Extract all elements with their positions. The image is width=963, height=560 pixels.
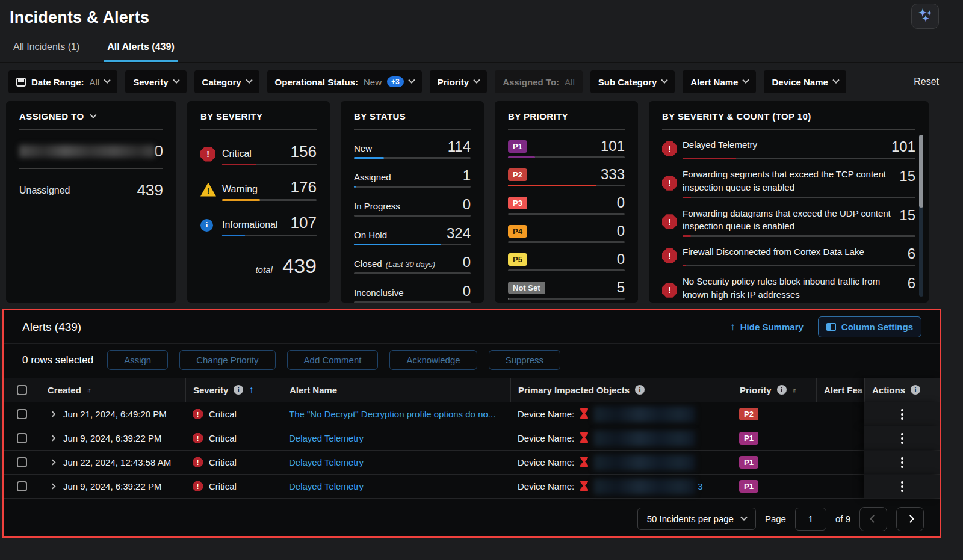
column-actions[interactable]: Actions i	[864, 378, 940, 402]
closed-note: (Last 30 days)	[386, 260, 435, 269]
p5-badge: P5	[508, 253, 527, 266]
top-alert-row: ! Firewall Disconnected from Cortex Data…	[662, 245, 915, 266]
info-icon[interactable]: i	[234, 385, 243, 395]
filter-severity[interactable]: Severity	[125, 70, 186, 93]
filter-priority[interactable]: Priority	[430, 70, 488, 93]
info-icon[interactable]: i	[777, 385, 787, 395]
filter-alert-name[interactable]: Alert Name	[683, 70, 756, 93]
pending-hourglass-icon	[580, 432, 588, 445]
column-primary-impacted[interactable]: Primary Impacted Objects i	[510, 378, 732, 402]
status-row-assigned: Assigned1	[354, 167, 471, 188]
priority-bar	[508, 298, 509, 300]
info-icon[interactable]: i	[911, 385, 920, 395]
assigned-to-card-title: ASSIGNED TO	[19, 111, 84, 122]
page-number-input[interactable]: 1	[795, 508, 826, 531]
priority-badge: P1	[739, 456, 758, 469]
tab-all-incidents[interactable]: All Incidents (1)	[10, 42, 83, 62]
suppress-button[interactable]: Suppress	[489, 350, 560, 370]
not-set-badge: Not Set	[508, 282, 545, 294]
table-row[interactable]: Jun 22, 2024, 12:43:58 AM !Critical Dela…	[4, 450, 940, 474]
next-page-button[interactable]	[896, 507, 924, 531]
column-priority[interactable]: Priority i ↓↑	[732, 378, 816, 402]
by-status-card-title: BY STATUS	[354, 111, 406, 122]
assign-button[interactable]: Assign	[107, 350, 168, 370]
expand-row-icon[interactable]	[50, 435, 56, 442]
row-checkbox[interactable]	[17, 481, 27, 491]
filter-device-name[interactable]: Device Name	[764, 70, 846, 93]
sort-ascending-icon[interactable]: ↑	[249, 384, 253, 395]
filter-category[interactable]: Category	[194, 70, 259, 93]
row-actions-menu[interactable]	[901, 433, 903, 444]
filter-date-range[interactable]: Date Range: All	[8, 70, 117, 93]
alert-name-link[interactable]: The "No Decrypt" Decryption profile opti…	[289, 409, 495, 419]
severity-total-row: total 439	[200, 254, 317, 278]
card-scrollbar[interactable]	[919, 135, 923, 297]
previous-page-button[interactable]	[859, 507, 887, 531]
column-severity[interactable]: Severity i ↑	[185, 378, 282, 402]
expand-row-icon[interactable]	[50, 484, 56, 490]
chevron-right-icon	[906, 515, 914, 523]
p1-badge: P1	[508, 140, 527, 153]
reset-filters-button[interactable]: Reset	[914, 76, 939, 87]
hide-summary-link[interactable]: ↑ Hide Summary	[730, 321, 804, 333]
row-checkbox[interactable]	[17, 409, 27, 419]
per-page-select[interactable]: 50 Incidents per page	[637, 508, 756, 530]
select-all-checkbox[interactable]	[17, 385, 27, 395]
filter-operational-status[interactable]: Operational Status: New +3	[267, 70, 422, 93]
scrollbar-thumb[interactable]	[919, 135, 923, 208]
filter-date-range-label: Date Range:	[31, 77, 84, 87]
row-checkbox[interactable]	[17, 457, 27, 467]
acknowledge-button[interactable]: Acknowledge	[389, 350, 477, 370]
p4-badge: P4	[508, 225, 527, 238]
column-settings-button[interactable]: Column Settings	[818, 316, 921, 337]
alerts-panel-title: Alerts (439)	[22, 321, 81, 334]
critical-severity-icon: !	[193, 433, 203, 443]
top-alert-row: ! Forwarding datagrams that exceed the U…	[662, 207, 915, 238]
filter-op-status-badge: +3	[387, 76, 404, 87]
status-row-inconclusive: Inconclusive0	[354, 283, 471, 303]
tab-all-alerts[interactable]: All Alerts (439)	[104, 42, 178, 62]
critical-severity-icon: !	[193, 409, 203, 419]
table-row[interactable]: Jun 9, 2024, 6:39:22 PM !Critical Delaye…	[4, 426, 940, 450]
column-created[interactable]: Created ↓↑	[40, 378, 185, 402]
row-checkbox[interactable]	[17, 433, 27, 443]
priority-row-p1: P1 101	[508, 138, 625, 158]
filter-sub-category[interactable]: Sub Category	[590, 70, 675, 93]
pagination-bar: 50 Incidents per page Page 1 of 9	[4, 498, 940, 533]
filter-severity-label: Severity	[133, 77, 168, 87]
expand-row-icon[interactable]	[50, 411, 56, 417]
ai-copilot-button[interactable]	[911, 4, 939, 29]
chevron-left-icon	[870, 515, 878, 523]
alert-name-link[interactable]: Delayed Telemetry	[289, 481, 364, 491]
row-actions-menu[interactable]	[901, 409, 903, 420]
alert-name-link[interactable]: Delayed Telemetry	[289, 457, 364, 467]
chevron-down-icon[interactable]	[90, 111, 97, 118]
top-alert-bar	[683, 197, 691, 198]
severity-row-critical: ! Critical 156	[200, 143, 317, 165]
columns-icon	[826, 323, 836, 331]
filter-alert-name-label: Alert Name	[690, 77, 738, 87]
row-actions-menu[interactable]	[901, 481, 903, 492]
priority-badge: P2	[739, 408, 758, 420]
assigned-user-count: 0	[155, 142, 163, 161]
table-row[interactable]: Jun 9, 2024, 6:39:22 PM !Critical Delaye…	[4, 474, 940, 498]
critical-severity-icon: !	[193, 457, 203, 467]
redacted-device-name	[594, 479, 695, 494]
alert-name-link[interactable]: Delayed Telemetry	[289, 433, 364, 443]
redacted-device-name	[594, 431, 695, 446]
sort-both-icon[interactable]: ↓↑	[792, 386, 795, 393]
top-alert-row: ! Forwarding segments that exceed the TC…	[662, 168, 915, 198]
column-alert-fea[interactable]: Alert Fea	[816, 378, 864, 402]
info-icon[interactable]: i	[635, 385, 645, 395]
informational-bar	[222, 235, 245, 236]
by-status-card: BY STATUS New114 Assigned1 In Progress0 …	[341, 101, 484, 303]
expand-row-icon[interactable]	[50, 460, 56, 466]
column-alert-name[interactable]: Alert Name	[282, 378, 510, 402]
table-row[interactable]: Jun 21, 2024, 6:49:20 PM !Critical The "…	[4, 402, 940, 426]
row-actions-menu[interactable]	[901, 457, 903, 468]
change-priority-button[interactable]: Change Priority	[179, 350, 275, 370]
add-comment-button[interactable]: Add Comment	[287, 350, 379, 370]
redacted-device-name	[594, 407, 695, 422]
warning-bar	[222, 199, 260, 201]
sort-both-icon[interactable]: ↓↑	[87, 386, 90, 393]
